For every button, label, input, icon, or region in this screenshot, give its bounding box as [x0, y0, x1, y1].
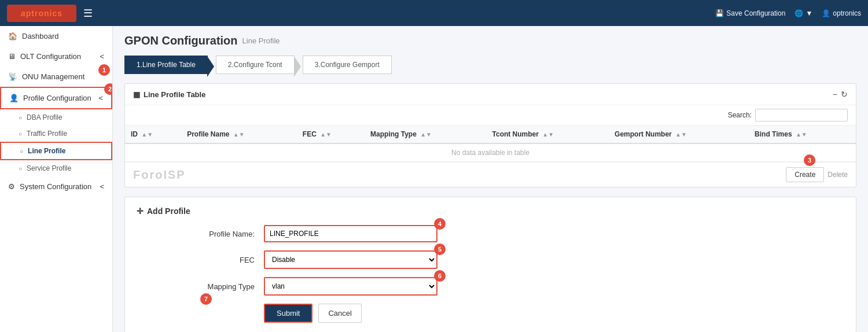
mapping-type-label: Mapping Type: [137, 282, 264, 291]
circle-icon-traffic: ○: [19, 131, 22, 137]
refresh-button[interactable]: ↻: [841, 90, 848, 99]
col-tcont-number[interactable]: Tcont Number ▲▼: [487, 126, 609, 143]
content-area: GPON Configuration Line Profile 1.Line P…: [113, 26, 868, 332]
watermark-text: ForoISP: [133, 168, 186, 182]
home-icon: 🏠: [8, 32, 17, 40]
navbar-right: 💾 Save Configuration 🌐 ▼ 👤 optronics: [715, 9, 861, 17]
logo: aptronics: [7, 5, 76, 22]
col-fec[interactable]: FEC ▲▼: [297, 126, 365, 143]
logo-image: aptronics: [7, 5, 76, 22]
sidebar-item-olt-configuration[interactable]: 🖥 OLT Configuration <: [0, 46, 112, 67]
badge-6: 6: [434, 270, 446, 282]
fec-select[interactable]: Disable Enable: [264, 250, 437, 269]
badge-5: 5: [434, 244, 446, 255]
search-input[interactable]: [755, 109, 848, 121]
sidebar-item-profile-configuration[interactable]: 👤 Profile Configuration < 2: [0, 87, 112, 109]
no-data-row: No data available in table: [125, 143, 856, 162]
mapping-type-select[interactable]: vlan gem tlc: [264, 277, 437, 296]
col-mapping-type[interactable]: Mapping Type ▲▼: [365, 126, 486, 143]
col-id[interactable]: ID ▲▼: [125, 126, 181, 143]
hamburger-icon[interactable]: ☰: [83, 7, 93, 20]
search-bar: Search:: [125, 105, 856, 126]
form-row-mapping-type: Mapping Type vlan gem tlc 6: [137, 277, 844, 296]
submit-button[interactable]: Submit: [264, 304, 312, 323]
badge-7: 7: [200, 293, 212, 305]
circle-icon-service: ○: [19, 165, 22, 172]
no-data-cell: No data available in table: [125, 143, 856, 162]
table-card: ▦ Line Profile Table − ↻ Search: ID: [124, 83, 856, 187]
sidebar: 🏠 Dashboard 🖥 OLT Configuration < 📡 ONU …: [0, 26, 113, 332]
page-header: GPON Configuration Line Profile: [124, 34, 856, 47]
form-actions: 7 Submit Cancel: [137, 304, 844, 323]
table-header-row: ID ▲▼ Profile Name ▲▼ FEC ▲▼ Mapping T: [125, 126, 856, 143]
save-configuration-button[interactable]: 💾 Save Configuration: [715, 9, 785, 17]
cancel-button[interactable]: Cancel: [318, 304, 361, 323]
wizard-steps: 1.Line Profile Table 2.Configure Tcont 3…: [124, 56, 856, 74]
sort-arrows-fec: ▲▼: [320, 131, 332, 138]
monitor-icon: 🖥: [8, 52, 16, 61]
profile-icon: 👤: [9, 94, 19, 102]
sort-arrows-bind-times: ▲▼: [796, 131, 807, 138]
navbar: aptronics ☰ 💾 Save Configuration 🌐 ▼ 👤 o…: [0, 0, 868, 26]
table-card-title: ▦ Line Profile Table: [133, 90, 205, 99]
gear-icon: ⚙: [8, 182, 15, 191]
globe-icon: 🌐: [795, 9, 803, 17]
sort-arrows-id: ▲▼: [141, 131, 153, 138]
sidebar-item-service-profile[interactable]: ○ Service Profile: [0, 160, 112, 176]
main-layout: 🏠 Dashboard 🖥 OLT Configuration < 📡 ONU …: [0, 26, 868, 332]
sort-arrows-tcont: ▲▼: [542, 131, 554, 138]
wizard-step-1[interactable]: 1.Line Profile Table: [124, 56, 208, 74]
sidebar-item-dashboard[interactable]: 🏠 Dashboard: [0, 26, 112, 46]
user-menu[interactable]: 👤 optronics: [822, 9, 861, 17]
antenna-icon: 📡: [8, 72, 17, 81]
table-bottom-actions: 3 Create Delete: [786, 167, 848, 182]
table-card-header: ▦ Line Profile Table − ↻: [125, 84, 856, 105]
system-collapse-icon: <: [100, 182, 104, 191]
col-gemport-number[interactable]: Gemport Number ▲▼: [609, 126, 749, 143]
sidebar-item-traffic-profile[interactable]: ○ Traffic Profile: [0, 126, 112, 142]
badge-4: 4: [434, 218, 446, 230]
data-table: ID ▲▼ Profile Name ▲▼ FEC ▲▼ Mapping T: [125, 126, 856, 162]
circle-icon-dba: ○: [19, 115, 22, 121]
badge-2: 2: [104, 83, 113, 95]
minimize-button[interactable]: −: [833, 90, 837, 99]
page-title: GPON Configuration: [124, 34, 238, 47]
language-selector[interactable]: 🌐 ▼: [795, 9, 812, 17]
badge-1: 1: [98, 64, 110, 76]
create-button[interactable]: Create: [786, 167, 824, 182]
save-icon: 💾: [715, 9, 724, 17]
wizard-step-2[interactable]: 2.Configure Tcont: [216, 56, 295, 74]
table-icon: ▦: [133, 90, 140, 99]
sort-arrows-mapping-type: ▲▼: [420, 131, 432, 138]
sidebar-item-dba-profile[interactable]: ○ DBA Profile: [0, 109, 112, 126]
page-subtitle: Line Profile: [242, 36, 280, 45]
profile-name-label: Profile Name:: [137, 230, 264, 238]
add-profile-header: ✛ Add Profile: [137, 206, 844, 216]
wizard-step-3[interactable]: 3.Configure Gemport: [303, 56, 392, 74]
olt-collapse-icon: <: [100, 52, 104, 61]
sort-arrows-profile-name: ▲▼: [233, 131, 245, 138]
search-label: Search:: [728, 111, 752, 119]
fec-label: FEC: [137, 256, 264, 264]
sidebar-item-onu-management[interactable]: 📡 ONU Management 1: [0, 67, 112, 87]
user-icon: 👤: [822, 9, 830, 17]
sidebar-item-line-profile[interactable]: ○ Line Profile: [0, 142, 112, 160]
badge-3: 3: [804, 154, 815, 166]
circle-icon-line: ○: [20, 148, 23, 154]
profile-name-input[interactable]: [264, 225, 437, 242]
form-row-fec: FEC Disable Enable 5: [137, 250, 844, 269]
delete-button[interactable]: Delete: [827, 171, 848, 179]
profile-collapse-icon: <: [98, 94, 103, 102]
col-profile-name[interactable]: Profile Name ▲▼: [181, 126, 297, 143]
table-card-actions: − ↻: [833, 90, 848, 99]
table-bottom: ForoISP 3 Create Delete: [125, 162, 856, 187]
sidebar-item-system-configuration[interactable]: ⚙ System Configuration <: [0, 176, 112, 197]
add-profile-icon: ✛: [137, 206, 144, 216]
sort-arrows-gemport: ▲▼: [675, 131, 687, 138]
form-row-profile-name: Profile Name: 4: [137, 225, 844, 242]
add-profile-card: ✛ Add Profile Profile Name: 4 FEC Disabl…: [124, 197, 856, 332]
col-bind-times[interactable]: Bind Times ▲▼: [749, 126, 856, 143]
